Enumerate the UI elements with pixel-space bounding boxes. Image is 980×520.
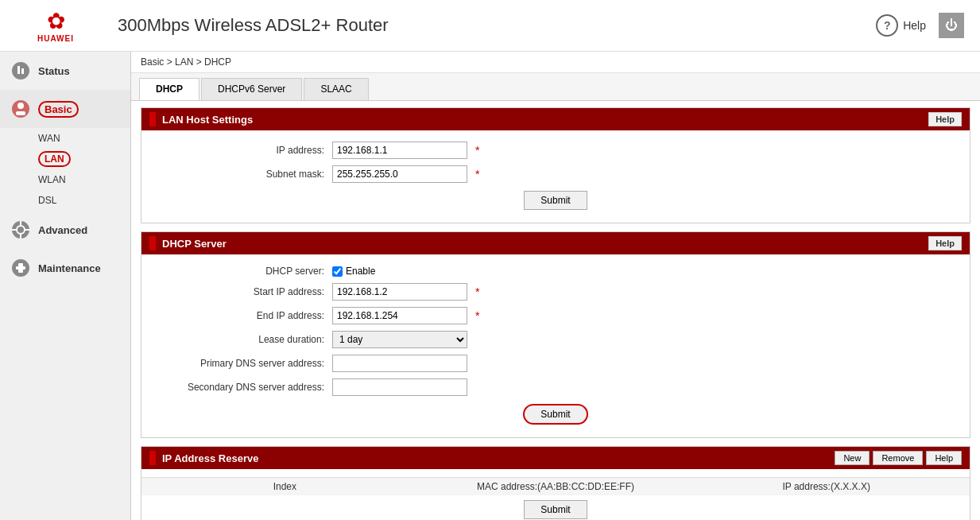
end-ip-input[interactable] — [332, 307, 467, 324]
lan-host-submit-row: Submit — [141, 186, 970, 215]
form-row-dhcp-enable: DHCP server: Enable — [141, 262, 970, 280]
ip-address-input[interactable] — [332, 142, 467, 159]
ip-address-label: IP address: — [149, 145, 332, 156]
form-row-subnet-mask: Subnet mask: * — [141, 162, 970, 186]
sidebar-sub-dsl[interactable]: DSL — [0, 190, 130, 211]
primary-dns-label: Primary DNS server address: — [149, 358, 332, 369]
section-body-lan-host: IP address: * Subnet mask: * — [141, 130, 970, 223]
section-header-dhcp: DHCP Server Help — [141, 232, 970, 254]
sidebar-sub-wlan[interactable]: WLAN — [0, 169, 130, 190]
logo-area: ✿ HUAWEI 300Mbps Wireless ADSL2+ Router — [16, 6, 389, 45]
status-icon — [10, 60, 32, 82]
sidebar-label-status: Status — [38, 65, 70, 77]
help-label: Help — [903, 19, 926, 32]
dhcp-enable-text: Enable — [346, 266, 375, 277]
svg-rect-1 — [17, 66, 20, 74]
advanced-icon — [10, 219, 32, 241]
subnet-mask-input[interactable] — [332, 165, 467, 183]
form-row-end-ip: End IP address: * — [141, 304, 970, 328]
content-area: LAN Host Settings Help IP address: * Sub… — [131, 101, 980, 520]
reserve-col-index: Index — [149, 481, 420, 492]
svg-rect-14 — [18, 263, 23, 273]
breadcrumb: Basic > LAN > DHCP — [131, 52, 980, 73]
tab-slaac[interactable]: SLAAC — [304, 78, 368, 100]
form-row-ip-address: IP address: * — [141, 138, 970, 162]
section-body-dhcp: DHCP server: Enable Start IP address: — [141, 254, 970, 437]
end-ip-required: * — [475, 309, 479, 322]
end-ip-label: End IP address: — [149, 310, 332, 321]
start-ip-label: Start IP address: — [149, 286, 332, 297]
section-ip-reserve: IP Address Reserve New Remove Help Index… — [141, 446, 970, 520]
reserve-submit-button[interactable]: Submit — [524, 500, 587, 519]
sidebar-item-maintenance[interactable]: Maintenance — [0, 249, 130, 287]
reserve-remove-button[interactable]: Remove — [873, 451, 923, 465]
svg-point-4 — [17, 103, 24, 109]
section-body-reserve: Index MAC address:(AA:BB:CC:DD:EE:FF) IP… — [141, 469, 970, 520]
reserve-new-button[interactable]: New — [835, 451, 870, 465]
reserve-table-header: Index MAC address:(AA:BB:CC:DD:EE:FF) IP… — [141, 477, 970, 495]
tab-dhcp[interactable]: DHCP — [139, 78, 199, 100]
svg-point-0 — [12, 62, 29, 80]
dhcp-enable-checkbox[interactable] — [332, 266, 343, 277]
reserve-help-button[interactable]: Help — [926, 451, 962, 465]
svg-rect-5 — [16, 111, 25, 115]
sidebar-item-status[interactable]: Status — [0, 52, 130, 90]
reserve-col-ip: IP address:(X.X.X.X) — [691, 481, 962, 492]
svg-rect-2 — [21, 68, 24, 74]
reserve-submit-row: Submit — [141, 495, 970, 520]
sidebar-item-basic[interactable]: Basic — [0, 90, 130, 128]
section-title-lan-host: LAN Host Settings — [162, 114, 253, 126]
secondary-dns-input[interactable] — [332, 378, 467, 396]
lease-label: Lease duration: — [149, 334, 332, 345]
sidebar-item-advanced[interactable]: Advanced — [0, 211, 130, 249]
dhcp-server-submit-button[interactable]: Submit — [523, 404, 587, 425]
subnet-required-mark: * — [475, 168, 479, 180]
lease-select[interactable]: 1 day 12 hours 6 hours 2 hours 1 hour — [332, 331, 467, 348]
page-title: 300Mbps Wireless ADSL2+ Router — [118, 15, 389, 36]
start-ip-required: * — [475, 285, 479, 298]
lan-host-submit-button[interactable]: Submit — [524, 191, 587, 210]
tab-dhcpv6[interactable]: DHCPv6 Server — [201, 78, 302, 100]
section-title-reserve: IP Address Reserve — [162, 452, 258, 464]
dhcp-server-label: DHCP server: — [149, 266, 332, 277]
sidebar: Status Basic WAN LAN WLAN DSL Advanced M… — [0, 52, 131, 520]
header: ✿ HUAWEI 300Mbps Wireless ADSL2+ Router … — [0, 0, 980, 52]
sidebar-sub-lan[interactable]: LAN — [0, 149, 130, 169]
section-accent-dhcp — [149, 236, 156, 250]
dhcp-enable-label: Enable — [332, 266, 375, 277]
huawei-logo: ✿ HUAWEI — [16, 6, 95, 45]
sidebar-label-advanced: Advanced — [38, 224, 87, 236]
sidebar-label-basic: Basic — [38, 101, 79, 118]
form-row-secondary-dns: Secondary DNS server address: — [141, 375, 970, 399]
reserve-col-mac: MAC address:(AA:BB:CC:DD:EE:FF) — [420, 481, 691, 492]
dhcp-server-help-button[interactable]: Help — [928, 236, 962, 250]
lan-host-help-button[interactable]: Help — [928, 112, 962, 126]
section-accent-reserve — [149, 451, 156, 465]
ip-required-mark: * — [475, 144, 479, 157]
secondary-dns-label: Secondary DNS server address: — [149, 382, 332, 393]
section-title-dhcp: DHCP Server — [162, 238, 227, 250]
basic-icon — [10, 98, 32, 120]
maintenance-icon — [10, 257, 32, 279]
start-ip-input[interactable] — [332, 283, 467, 301]
header-actions: ? Help ⏻ — [876, 13, 964, 38]
form-row-lease: Lease duration: 1 day 12 hours 6 hours 2… — [141, 328, 970, 351]
subnet-mask-label: Subnet mask: — [149, 169, 332, 180]
section-header-ip-reserve: IP Address Reserve New Remove Help — [141, 447, 970, 469]
reserve-toolbar: New Remove Help — [835, 451, 962, 465]
help-button[interactable]: ? Help — [876, 14, 926, 37]
logout-icon[interactable]: ⏻ — [939, 13, 964, 38]
sidebar-label-maintenance: Maintenance — [38, 262, 101, 274]
help-icon: ? — [876, 14, 898, 37]
primary-dns-input[interactable] — [332, 355, 467, 372]
section-accent — [149, 112, 156, 126]
section-dhcp-server: DHCP Server Help DHCP server: Enable — [141, 231, 970, 438]
form-row-primary-dns: Primary DNS server address: — [141, 351, 970, 375]
main-content: Basic > LAN > DHCP DHCP DHCPv6 Server SL… — [131, 52, 980, 520]
tabs: DHCP DHCPv6 Server SLAAC — [131, 73, 980, 101]
main-layout: Status Basic WAN LAN WLAN DSL Advanced M… — [0, 52, 980, 520]
dhcp-server-submit-row: Submit — [141, 399, 970, 429]
form-row-start-ip: Start IP address: * — [141, 280, 970, 304]
logo-text: HUAWEI — [37, 34, 74, 43]
sidebar-sub-wan[interactable]: WAN — [0, 128, 130, 149]
